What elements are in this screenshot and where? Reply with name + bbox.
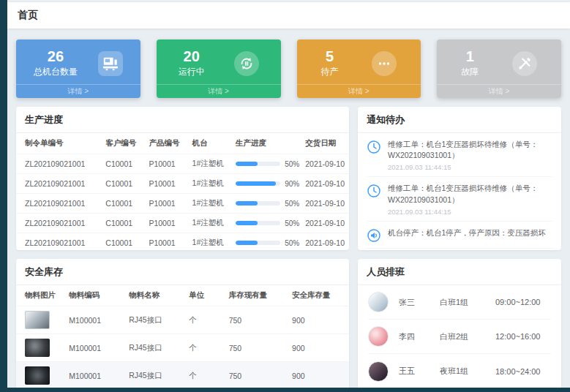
- stat-label: 运行中: [179, 66, 205, 78]
- table-row: M100001 RJ45接口 个 750 900: [16, 334, 349, 362]
- delivery-date: 2021-09-10: [302, 174, 349, 194]
- detail-link[interactable]: 详情 >: [437, 84, 561, 98]
- page-title: 首页: [18, 9, 38, 22]
- table-row: ZL202109021001 C10001 P10001 1#注塑机 50% 2…: [16, 233, 349, 251]
- col-header: 制令单编号: [16, 133, 102, 154]
- production-table: 制令单编号 客户编号 产品编号 机台 生产进度 交货日期 ZL202109021…: [16, 133, 349, 250]
- customer-no: C10001: [102, 194, 146, 214]
- customer-no: C10001: [102, 154, 146, 174]
- current-qty: 750: [226, 334, 289, 362]
- order-no: ZL202109021001: [16, 233, 102, 251]
- progress-cell: 50%: [233, 233, 303, 251]
- machine: 1#注塑机: [190, 174, 233, 194]
- shift-time: 18:00~24:00: [495, 367, 540, 376]
- schedule-row: 王五 夜班1组 18:00~24:00: [368, 354, 551, 388]
- stock-table: 物料图片 物料编码 物料名称 单位 库存现有量 安全库存量 M100001 RJ…: [16, 285, 349, 389]
- col-header: 库存现有量: [226, 285, 289, 306]
- stat-card-body: 5 待产: [297, 39, 421, 84]
- product-no: P10001: [146, 174, 189, 194]
- col-header: 安全库存量: [289, 285, 349, 306]
- ellipsis-icon: [372, 51, 397, 76]
- material-photo-cell: [16, 306, 66, 334]
- safety-stock-panel: 安全库存 物料图片 物料编码 物料名称 单位 库存现有量 安全库存量 M: [16, 259, 349, 391]
- notification-time: 2021.09.03 11:44:15: [388, 208, 552, 216]
- material-photo-connector: [25, 339, 50, 357]
- progress-cell: 50%: [233, 194, 303, 214]
- staff-schedule-panel: 人员排班 张三 白班1组 09:00~12:00 李四 白班2组 12:00~1…: [358, 259, 561, 391]
- customer-no: C10001: [102, 233, 146, 251]
- panel-title: 通知待办: [358, 107, 561, 133]
- col-header: 生产进度: [233, 133, 303, 154]
- frame-edge-left: [0, 0, 7, 392]
- notification-item[interactable]: 维修工单：机台1变压器损坏待维修（单号：WX202109031001） 2021…: [367, 133, 552, 177]
- table-row: ZL202109021001 C10001 P10001 1#注塑机 50% 2…: [16, 214, 349, 233]
- stat-value: 5: [320, 48, 338, 64]
- material-name: RJ45接口: [126, 334, 186, 362]
- delivery-date: 2021-09-10: [302, 233, 349, 251]
- running-icon: [234, 51, 259, 76]
- stat-card-fault[interactable]: 1 故障 详情 >: [437, 39, 561, 98]
- table-row: ZL202109021001 C10001 P10001 1#注塑机 50% 2…: [16, 154, 349, 174]
- schedule-row: 张三 白班1组 09:00~12:00: [368, 285, 551, 320]
- detail-link[interactable]: 详情 >: [16, 84, 140, 98]
- stat-card-body: 20 运行中: [157, 39, 281, 84]
- material-code: M100001: [66, 334, 126, 362]
- stat-cards-row: 26 总机台数量 详情 >: [7, 29, 570, 105]
- table-row: ZL202109021001 C10001 P10001 1#注塑机 90% 2…: [16, 174, 349, 194]
- panel-title: 安全库存: [16, 259, 349, 285]
- col-header: 物料编码: [66, 285, 126, 306]
- stat-card-body: 26 总机台数量: [16, 39, 140, 84]
- col-header: 客户编号: [102, 133, 146, 154]
- stat-card-running[interactable]: 20 运行中 详情 >: [157, 39, 281, 98]
- customer-no: C10001: [102, 214, 146, 233]
- stat-value: 20: [179, 48, 205, 64]
- progress-bar: [236, 181, 281, 186]
- progress-cell: 50%: [233, 154, 303, 174]
- delivery-date: 2021-09-10: [302, 154, 349, 174]
- notification-item[interactable]: 维修工单：机台1变压器损坏待维修（单号：WX202109031001） 2021…: [367, 177, 552, 221]
- safety-qty: 900: [289, 362, 349, 390]
- material-code: M100001: [66, 362, 126, 390]
- shift-time: 09:00~12:00: [495, 298, 540, 306]
- detail-link[interactable]: 详情 >: [297, 84, 421, 98]
- col-header: 产品编号: [146, 133, 189, 154]
- progress-label: 50%: [285, 200, 299, 208]
- avatar: [368, 361, 389, 382]
- progress-cell: 50%: [233, 214, 303, 233]
- staff-name: 李四: [399, 331, 440, 342]
- stat-card-total-machines[interactable]: 26 总机台数量 详情 >: [16, 39, 140, 98]
- product-no: P10001: [146, 154, 189, 174]
- notification-text: 维修工单：机台1变压器损坏待维修（单号：WX202109031001）: [388, 139, 552, 161]
- order-no: ZL202109021001: [16, 154, 102, 174]
- col-header: 物料图片: [16, 285, 66, 306]
- dashboard-grid: 生产进度 制令单编号 客户编号 产品编号 机台 生产进度 交货日期 ZL2021…: [7, 105, 570, 391]
- notification-item[interactable]: 计划暂停：机台1生产计划已暂停 2021.09.03 11:44:15: [367, 249, 552, 250]
- safety-qty: 900: [289, 306, 349, 334]
- notification-item[interactable]: 机台停产：机台1停产，停产原因：变压器损坏: [367, 222, 552, 249]
- material-photo-cell: [16, 334, 66, 362]
- progress-label: 90%: [285, 180, 299, 188]
- tools-icon: [512, 51, 537, 76]
- notification-list: 维修工单：机台1变压器损坏待维修（单号：WX202109031001） 2021…: [358, 133, 561, 250]
- machine: 1#注塑机: [190, 214, 233, 233]
- avatar: [368, 292, 389, 312]
- order-no: ZL202109021001: [16, 194, 102, 214]
- clock-icon: [367, 184, 381, 198]
- stat-value: 1: [461, 48, 479, 64]
- table-header-row: 物料图片 物料编码 物料名称 单位 库存现有量 安全库存量: [16, 285, 349, 306]
- progress-bar: [236, 241, 281, 245]
- detail-link[interactable]: 详情 >: [157, 84, 281, 98]
- schedule-row: 李四 白班2组 12:00~16:00: [368, 320, 551, 354]
- material-code: M100001: [66, 306, 126, 334]
- shift-name: 白班2组: [440, 331, 495, 342]
- staff-name: 张三: [399, 297, 440, 308]
- shift-time: 12:00~16:00: [495, 332, 540, 341]
- stat-card-waiting[interactable]: 5 待产 详情 >: [297, 39, 421, 98]
- unit: 个: [186, 362, 226, 390]
- progress-bar: [236, 201, 281, 206]
- notification-time: 2021.09.03 11:44:15: [388, 163, 552, 171]
- table-row: M100001 RJ45接口 个 750 900: [16, 362, 349, 390]
- order-no: ZL202109021001: [16, 214, 102, 233]
- order-no: ZL202109021001: [16, 174, 102, 194]
- stat-label: 总机台数量: [34, 66, 78, 78]
